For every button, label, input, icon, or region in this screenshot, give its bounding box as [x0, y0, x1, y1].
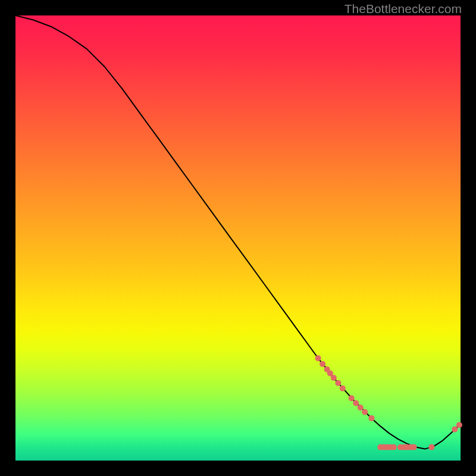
data-point	[362, 409, 368, 415]
data-point	[456, 422, 462, 428]
data-point	[320, 361, 325, 367]
chart-frame: TheBottlenecker.com	[0, 0, 476, 476]
attribution-text: TheBottlenecker.com	[345, 2, 462, 16]
data-point	[331, 375, 337, 381]
bottleneck-curve	[15, 15, 461, 449]
plot-area	[15, 15, 461, 461]
data-point	[335, 380, 341, 386]
data-point	[411, 444, 417, 450]
data-point	[368, 415, 374, 421]
data-point	[315, 355, 321, 361]
data-point	[358, 405, 364, 411]
data-point	[452, 427, 458, 433]
curve-layer	[15, 15, 461, 461]
data-point	[391, 444, 397, 450]
data-point	[353, 400, 359, 406]
data-point	[349, 395, 355, 401]
data-point	[340, 386, 346, 392]
data-point	[428, 444, 434, 450]
